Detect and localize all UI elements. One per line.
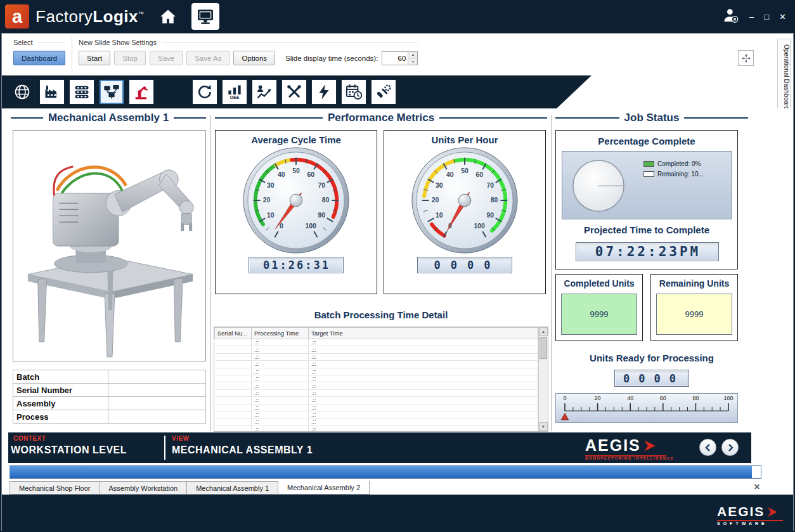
batch-table-row[interactable]: .::.:: [215,353,538,360]
operator-metrics-button[interactable] [252,79,277,105]
batch-table-row[interactable]: .::.:: [215,418,538,425]
tab-mechanical-assembly-2[interactable]: Mechanical Assembly 2 [278,481,370,495]
logo-letter: a [12,6,22,27]
view-value: MECHANICAL ASSEMBLY 1 [172,444,313,456]
batch-table-row[interactable]: .::.:: [215,397,538,404]
batch-table-row[interactable]: .::.:: [215,425,538,432]
batch-table: Serial Nu...Processing TimeTarget Time .… [214,327,538,432]
options-button[interactable]: Options [233,51,275,65]
slideshow-group-label: New Slide Show Settings [79,37,418,48]
remaining-units-panel: Remaining Units 9999 [650,274,738,341]
next-slide-button[interactable] [721,439,739,456]
percentage-complete-pie [570,157,627,217]
assembly-line-icon [73,83,91,101]
close-button[interactable]: ✕ [779,13,786,21]
batch-table-row[interactable]: .::.:: [215,389,538,396]
job-status-panel-title: Job Status [555,112,748,124]
batch-table-row[interactable]: .::.:: [215,368,538,375]
spin-down-button[interactable]: ▼ [408,58,417,65]
batch-table-row[interactable]: .::.:: [215,361,538,368]
tab-mechanical-shop-floor[interactable]: Mechanical Shop Floor [10,481,100,495]
oee-button[interactable]: OEE [222,79,247,105]
spin-up-button[interactable]: ▲ [408,52,417,59]
performance-panel-title: Performance Metrics [215,112,547,124]
oee-label: OEE [230,95,240,100]
ribbon-toolbar: Select Dashboard New Slide Show Settings… [7,36,424,73]
batch-table-row[interactable]: .::.:: [215,411,538,418]
power-button[interactable] [311,79,337,105]
context-divider [164,436,165,460]
scrollbar-thumb[interactable] [540,337,547,359]
home-button[interactable] [158,7,178,26]
units-per-hour-panel: Units Per Hour 0102030405060708090100 00… [384,130,546,294]
remaining-units-title: Remaining Units [651,278,737,289]
info-row-batch: Batch [13,370,206,384]
batch-column-header[interactable]: Serial Nu... [215,328,252,339]
avg-cycle-time-title: Average Cycle Time [216,134,377,145]
workstation-image-box [13,130,206,361]
workstation-group-button[interactable] [99,79,124,105]
tab-mechanical-assembly-1[interactable]: Mechanical Assembly 1 [187,481,278,495]
tab-close-button[interactable]: ✕ [754,483,760,491]
percentage-complete-chart-area: Completed: 0% Remaining: 10... [562,151,732,219]
batch-table-row[interactable]: .::.:: [215,346,538,353]
batch-column-header[interactable]: Target Time [309,328,538,339]
batch-table-row[interactable]: .::.:: [215,339,538,346]
dashboards-button[interactable] [191,3,219,30]
minimize-button[interactable]: – [749,13,754,21]
dock-move-button[interactable] [738,50,754,66]
factorylogix-app: a FactoryLogix™ – □ ✕ Select Dashboard [0,0,795,532]
previous-slide-button[interactable] [699,439,716,456]
aegis-logo: AEGIS MANUFACTURING INTELLIGENCE [585,436,674,460]
avg-cycle-time-panel: Average Cycle Time 010203040506070809010… [215,130,377,294]
maintenance-button[interactable] [371,79,396,105]
scroll-up-button[interactable]: ▲ [539,327,548,336]
tab-assembly-workstation[interactable]: Assembly Workstation [100,481,188,495]
view-icons-left [10,79,154,105]
svg-text:80: 80 [491,197,498,204]
chevron-right-icon [727,444,734,451]
svg-text:50: 50 [461,167,469,174]
dashboard-button[interactable]: Dashboard [13,51,65,65]
robot-arm-button[interactable] [129,79,154,105]
context-label: CONTEXT [13,435,46,442]
slide-time-label: Slide display time (seconds): [285,55,378,62]
batch-table-row[interactable]: .::.:: [215,375,538,382]
factory-button[interactable] [39,79,65,105]
batch-column-header[interactable]: Processing Time [252,328,309,339]
percentage-complete-panel: Percentage Complete Completed: 0% Remain… [555,130,738,269]
save-button[interactable]: Save [150,51,183,65]
maximize-button[interactable]: □ [764,13,769,21]
scroll-down-button[interactable]: ▼ [539,422,548,431]
assembly-line-button[interactable] [69,79,94,105]
context-value: WORKSTATION LEVEL [11,444,127,456]
schedule-button[interactable] [341,79,366,105]
tools-icon [285,83,303,101]
remaining-units-value: 9999 [656,294,732,335]
percentage-complete-title: Percentage Complete [556,136,737,146]
svg-text:10: 10 [267,212,275,219]
power-icon [315,83,333,101]
batch-table-row[interactable]: .::.:: [215,404,538,411]
start-button[interactable]: Start [79,51,110,65]
footer-bar: AEGIS SOFTWARE [2,495,793,531]
save-as-button[interactable]: Save As [186,51,229,65]
units-ready-linear-gauge: 020406080100 [555,393,738,423]
batch-table-scrollbar[interactable]: ▲ ▼ [538,327,548,431]
user-logout-icon [722,7,739,24]
stop-button[interactable]: Stop [114,51,146,65]
svg-text:60: 60 [475,171,483,178]
batch-table-row[interactable]: .::.:: [215,382,538,389]
globe-button[interactable] [10,79,35,105]
serial-value [108,384,206,397]
batch-table-container: Serial Nu...Processing TimeTarget Time .… [214,327,548,432]
tools-button[interactable] [281,79,307,105]
batch-table-title: Batch Processing Time Detail [212,309,550,320]
svg-text:60: 60 [307,171,314,178]
user-logout-button[interactable] [722,7,739,27]
performance-panel: Performance Metrics Average Cycle Time 0… [212,108,550,432]
slide-time-input[interactable] [382,52,408,65]
cycle-time-icon [196,83,214,101]
monitor-icon [195,6,216,27]
cycle-time-button[interactable] [192,79,217,105]
